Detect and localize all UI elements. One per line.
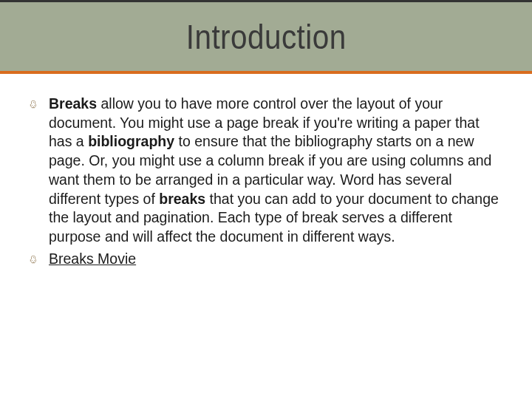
content-area: ߷ Breaks allow you to have more control … (0, 74, 532, 287)
bullet-icon: ߷ (30, 95, 49, 115)
bold-text: breaks (159, 191, 205, 207)
bullet-icon: ߷ (30, 250, 49, 270)
list-item: ߷ Breaks allow you to have more control … (30, 95, 504, 247)
list-item: ߷ Breaks Movie (30, 250, 504, 270)
bold-text: Breaks (49, 95, 97, 112)
bold-text: bibliography (88, 133, 174, 149)
title-band: Introduction (0, 0, 532, 74)
list-item-text[interactable]: Breaks Movie (49, 250, 504, 269)
link[interactable]: Breaks Movie (49, 250, 136, 267)
page-title: Introduction (186, 17, 347, 57)
list-item-text: Breaks allow you to have more control ov… (49, 95, 504, 247)
